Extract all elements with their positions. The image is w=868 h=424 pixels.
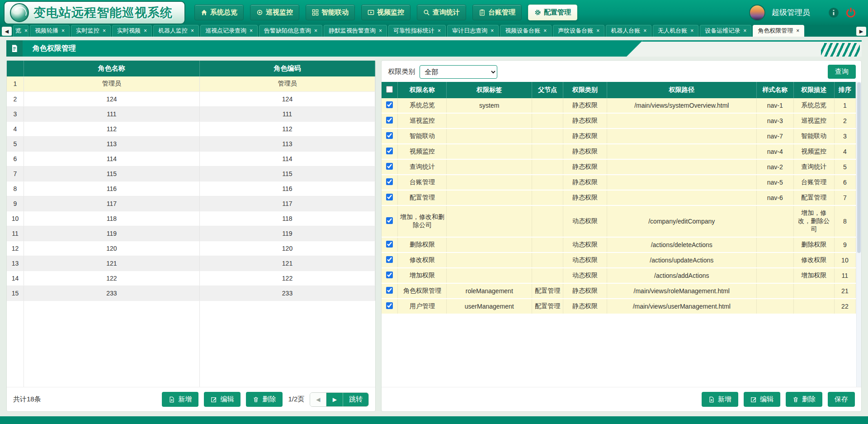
row-checkbox[interactable] [386, 217, 393, 224]
tab-close-icon[interactable]: × [543, 28, 547, 33]
tab-item[interactable]: 览× [13, 25, 28, 37]
nav-video-button[interactable]: 视频监控 [361, 5, 410, 20]
role-edit-button[interactable]: 编辑 [204, 392, 241, 407]
tab-item[interactable]: 静默监视告警查询× [324, 25, 387, 37]
permission-row[interactable]: 台账管理静态权限nav-5台账管理6 [382, 175, 855, 190]
permission-edit-button[interactable]: 编辑 [744, 392, 780, 407]
tab-item[interactable]: 视频轮播× [30, 25, 70, 37]
permission-row[interactable]: 视频监控静态权限nav-4视频监控4 [382, 144, 855, 159]
role-add-button[interactable]: 新增 [162, 392, 198, 407]
tab-item[interactable]: 可靠性指标统计× [388, 25, 446, 37]
jump-page-button[interactable]: 跳转 [343, 393, 368, 406]
permission-delete-button[interactable]: 删除 [786, 392, 822, 407]
tab-close-icon[interactable]: × [491, 28, 494, 33]
role-row[interactable]: 9117117 [7, 196, 375, 211]
tab-close-icon[interactable]: × [743, 28, 746, 33]
tab-close-icon[interactable]: × [796, 28, 799, 33]
info-icon[interactable] [828, 7, 839, 18]
tab-close-icon[interactable]: × [438, 28, 441, 33]
row-checkbox[interactable] [386, 148, 393, 154]
tab-item[interactable]: 机器人台账× [606, 25, 651, 37]
scrollbar-thumb[interactable] [857, 82, 861, 253]
permission-row[interactable]: 系统总览system静态权限/main/views/systemOverview… [382, 98, 855, 113]
nav-gear-button[interactable]: 配置管理 [528, 5, 577, 20]
next-page-icon[interactable]: ▶ [326, 393, 343, 406]
permission-row[interactable]: 删除权限动态权限/actions/deleteActions删除权限9 [382, 237, 855, 252]
tab-item[interactable]: 告警缺陷信息查询× [259, 25, 322, 37]
nav-home-button[interactable]: 系统总览 [194, 5, 244, 20]
search-button[interactable]: 查询 [828, 65, 856, 79]
tab-item[interactable]: 设备运维记录× [700, 25, 751, 37]
tab-item[interactable]: 实时监控× [71, 25, 111, 37]
permission-row[interactable]: 查询统计静态权限nav-2查询统计5 [382, 159, 855, 175]
role-row[interactable]: 3111111 [7, 106, 375, 121]
row-checkbox[interactable] [386, 287, 393, 294]
tab-scroll-right-icon[interactable]: ▶ [856, 27, 866, 36]
permission-type-select[interactable]: 全部 [420, 65, 497, 79]
power-logout-icon[interactable] [845, 7, 856, 18]
tab-close-icon[interactable]: × [191, 28, 194, 33]
row-checkbox[interactable] [386, 178, 393, 185]
row-checkbox[interactable] [386, 117, 393, 124]
row-checkbox[interactable] [386, 132, 393, 139]
select-all-checkbox[interactable] [386, 86, 393, 93]
permission-save-button[interactable]: 保存 [828, 392, 855, 407]
permission-row[interactable]: 配置管理静态权限nav-6配置管理7 [382, 190, 855, 205]
row-checkbox[interactable] [386, 194, 393, 200]
role-delete-button[interactable]: 删除 [246, 392, 283, 407]
role-row[interactable]: 1管理员管理员 [7, 76, 375, 91]
role-row[interactable]: 12120120 [7, 241, 375, 256]
tab-close-icon[interactable]: × [144, 28, 147, 33]
tab-item[interactable]: 巡视点记录查询× [200, 25, 258, 37]
tab-close-icon[interactable]: × [24, 28, 28, 33]
permission-row[interactable]: 用户管理userManagement配置管理静态权限/main/views/us… [382, 299, 855, 314]
role-row[interactable]: 8116116 [7, 181, 375, 196]
row-checkbox[interactable] [386, 163, 393, 170]
scrollbar[interactable] [856, 82, 861, 387]
tab-close-icon[interactable]: × [643, 28, 646, 33]
role-row[interactable]: 13121121 [7, 256, 375, 271]
permission-row[interactable]: 修改权限动态权限/actions/updateActions修改权限10 [382, 252, 855, 268]
tab-item[interactable]: 声纹设备台账× [553, 25, 604, 37]
tab-close-icon[interactable]: × [379, 28, 382, 33]
tab-scroll-left-icon[interactable]: ◀ [2, 27, 12, 36]
row-checkbox[interactable] [386, 272, 393, 278]
role-row[interactable]: 6114114 [7, 151, 375, 166]
tab-close-icon[interactable]: × [61, 28, 65, 33]
prev-page-icon[interactable]: ◀ [310, 393, 326, 406]
role-row[interactable]: 7115115 [7, 166, 375, 181]
tab-close-icon[interactable]: × [596, 28, 599, 33]
tab-item[interactable]: 视频设备台账× [500, 25, 552, 37]
tab-close-icon[interactable]: × [103, 28, 106, 33]
avatar[interactable] [749, 5, 765, 21]
row-checkbox[interactable] [386, 241, 393, 248]
permission-add-button[interactable]: 新增 [702, 392, 738, 407]
row-checkbox[interactable] [386, 302, 393, 309]
role-row[interactable]: 4112112 [7, 121, 375, 136]
role-row[interactable]: 2124124 [7, 91, 375, 106]
tab-item[interactable]: 角色权限管理× [753, 25, 804, 37]
tab-item[interactable]: 审计日志查询× [447, 25, 499, 37]
role-row[interactable]: 10118118 [7, 211, 375, 226]
nav-link-button[interactable]: 智能联动 [306, 5, 355, 20]
permission-row[interactable]: 角色权限管理roleManagement配置管理静态权限/main/views/… [382, 283, 855, 299]
role-row[interactable]: 5113113 [7, 136, 375, 151]
role-row[interactable]: 15233233 [7, 286, 375, 300]
nav-clipboard-button[interactable]: 台账管理 [472, 5, 522, 20]
tab-close-icon[interactable]: × [314, 28, 317, 33]
tab-item[interactable]: 机器人监控× [153, 25, 199, 37]
tab-close-icon[interactable]: × [690, 28, 693, 33]
tab-item[interactable]: 实时视频× [112, 25, 152, 37]
permission-row[interactable]: 增加权限动态权限/actions/addActions增加权限11 [382, 268, 855, 283]
role-row[interactable]: 14122122 [7, 271, 375, 286]
permission-row[interactable]: 智能联动静态权限nav-7智能联动3 [382, 129, 855, 144]
nav-eye-button[interactable]: 巡视监控 [250, 5, 299, 20]
role-row[interactable]: 11119119 [7, 226, 375, 241]
nav-search-button[interactable]: 查询统计 [417, 5, 466, 20]
tab-close-icon[interactable]: × [250, 28, 253, 33]
row-checkbox[interactable] [386, 256, 393, 263]
tab-item[interactable]: 无人机台账× [653, 25, 698, 37]
permission-row[interactable]: 增加，修改和删除公司动态权限/company/editCompany增加，修改，… [382, 205, 855, 237]
permission-row[interactable]: 巡视监控静态权限nav-3巡视监控2 [382, 113, 855, 129]
row-checkbox[interactable] [386, 101, 393, 108]
